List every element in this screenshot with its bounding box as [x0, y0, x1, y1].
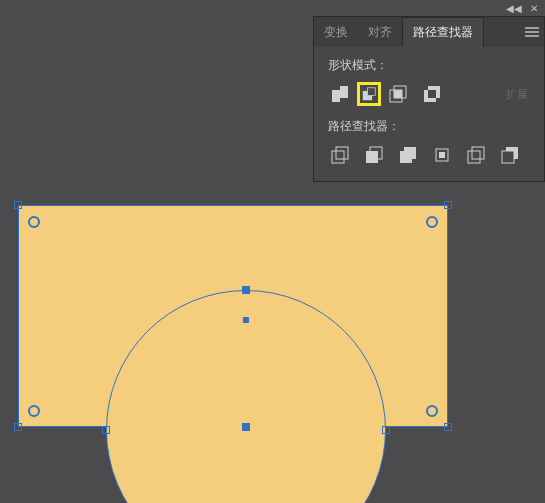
svg-rect-14	[502, 151, 514, 163]
center-point	[243, 317, 249, 323]
intersect-icon[interactable]	[386, 82, 410, 106]
crop-icon[interactable]	[430, 143, 454, 167]
svg-rect-11	[468, 151, 480, 163]
svg-rect-5	[332, 151, 344, 163]
shape-modes-row: 扩展	[328, 82, 534, 106]
collapse-icon[interactable]: ◀◀	[506, 3, 522, 14]
pathfinders-row	[328, 143, 534, 167]
minus-front-icon[interactable]	[357, 82, 381, 106]
anchor-point[interactable]	[242, 423, 250, 431]
trim-icon[interactable]	[362, 143, 386, 167]
corner-widget[interactable]	[426, 216, 438, 228]
corner-widget[interactable]	[28, 216, 40, 228]
shape-modes-label: 形状模式：	[328, 57, 534, 74]
merge-icon[interactable]	[396, 143, 420, 167]
svg-rect-4	[394, 90, 402, 98]
pathfinder-panel: ◀◀ ✕ 变换 对齐 路径查找器 形状模式： 扩展	[313, 16, 545, 182]
svg-rect-6	[336, 147, 348, 159]
svg-rect-10	[439, 152, 445, 158]
expand-button[interactable]: 扩展	[500, 85, 534, 104]
svg-rect-7	[366, 151, 378, 163]
panel-body: 形状模式： 扩展 路径查找器：	[314, 47, 544, 181]
anchor-point[interactable]	[102, 426, 110, 434]
corner-widget[interactable]	[426, 405, 438, 417]
rectangle-shape[interactable]	[18, 205, 448, 427]
unite-icon[interactable]	[328, 82, 352, 106]
tab-align[interactable]: 对齐	[358, 17, 402, 47]
anchor-point[interactable]	[444, 201, 452, 209]
anchor-point[interactable]	[382, 426, 390, 434]
anchor-point[interactable]	[14, 423, 22, 431]
svg-rect-1	[367, 88, 375, 96]
anchor-point[interactable]	[14, 201, 22, 209]
pathfinders-label: 路径查找器：	[328, 118, 534, 135]
svg-rect-12	[472, 147, 484, 159]
close-icon[interactable]: ✕	[530, 3, 538, 14]
divide-icon[interactable]	[328, 143, 352, 167]
tab-transform[interactable]: 变换	[314, 17, 358, 47]
ellipse-shape[interactable]	[106, 290, 386, 503]
panel-header: 变换 对齐 路径查找器	[314, 17, 544, 47]
anchor-point[interactable]	[242, 286, 250, 294]
tab-pathfinder[interactable]: 路径查找器	[402, 17, 484, 47]
corner-widget[interactable]	[28, 405, 40, 417]
outline-icon[interactable]	[464, 143, 488, 167]
minus-back-icon[interactable]	[498, 143, 522, 167]
exclude-icon[interactable]	[420, 82, 444, 106]
anchor-point[interactable]	[444, 423, 452, 431]
panel-tabs: 变换 对齐 路径查找器	[314, 17, 484, 47]
flyout-menu-icon[interactable]	[520, 27, 544, 37]
